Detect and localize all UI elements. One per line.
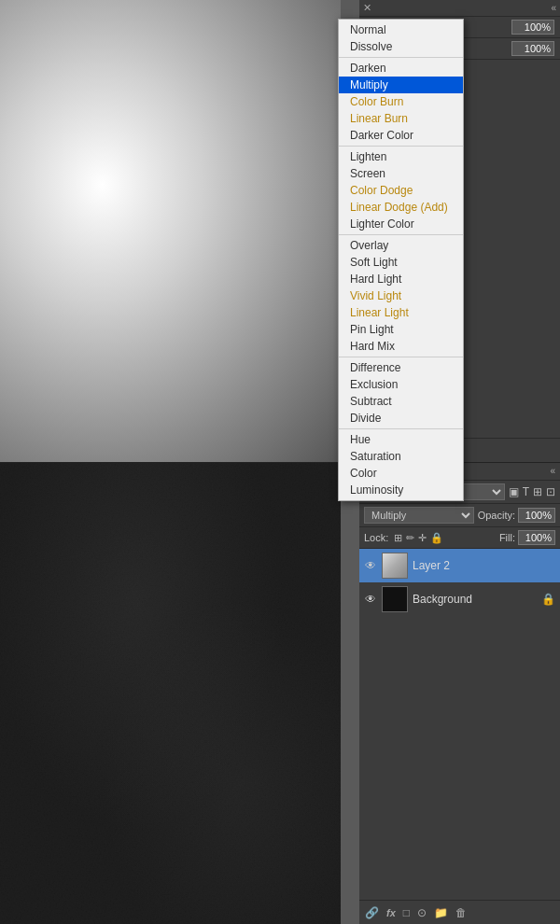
layer-row-layer2[interactable]: 👁 Layer 2 bbox=[359, 549, 560, 582]
blend-item-soft-light[interactable]: Soft Light bbox=[339, 254, 463, 271]
collapse-icon[interactable]: « bbox=[551, 3, 556, 13]
layers-blend-row: Multiply Opacity: bbox=[359, 504, 560, 527]
blend-item-hard-mix[interactable]: Hard Mix bbox=[339, 338, 463, 355]
blend-item-vivid-light[interactable]: Vivid Light bbox=[339, 287, 463, 304]
blend-section-4: DifferenceExclusionSubtractDivide bbox=[339, 357, 463, 429]
layers-opacity-input[interactable] bbox=[518, 508, 555, 523]
pixel-icon[interactable]: ▣ bbox=[509, 485, 519, 498]
blend-section-0: NormalDissolve bbox=[339, 20, 463, 58]
shape-icon[interactable]: ⊡ bbox=[546, 485, 555, 498]
blend-item-normal[interactable]: Normal bbox=[339, 21, 463, 38]
lock-label: Lock: bbox=[364, 532, 388, 543]
blend-item-lighten[interactable]: Lighten bbox=[339, 148, 463, 165]
layers-blend-select[interactable]: Multiply bbox=[364, 507, 474, 524]
blend-item-screen[interactable]: Screen bbox=[339, 165, 463, 182]
background-visibility-icon[interactable]: 👁 bbox=[364, 593, 377, 606]
canvas-bottom bbox=[0, 462, 341, 924]
blend-item-divide[interactable]: Divide bbox=[339, 410, 463, 427]
bottom-half: ✕ Layers « Kind Kind ▾ ▣ T ⊞ ⊡ Multiply … bbox=[0, 462, 560, 924]
layers-opacity-section: Opacity: bbox=[478, 508, 555, 523]
layer2-thumbnail bbox=[382, 553, 408, 579]
blend-item-hard-light[interactable]: Hard Light bbox=[339, 271, 463, 287]
blend-item-linear-light[interactable]: Linear Light bbox=[339, 304, 463, 321]
type-icon[interactable]: ⊞ bbox=[533, 485, 542, 498]
blend-item-dissolve[interactable]: Dissolve bbox=[339, 38, 463, 55]
lock-position-icon[interactable]: ✏ bbox=[406, 532, 414, 544]
folder-layers-icon[interactable]: 📁 bbox=[434, 906, 448, 919]
blend-item-difference[interactable]: Difference bbox=[339, 359, 463, 376]
texture-overlay bbox=[0, 462, 341, 924]
kind-icons: ▣ T ⊞ ⊡ bbox=[509, 485, 555, 498]
half-divider bbox=[0, 462, 560, 463]
blend-item-luminosity[interactable]: Luminosity bbox=[339, 482, 463, 498]
blend-item-darken[interactable]: Darken bbox=[339, 60, 463, 77]
lock-icons: ⊞ ✏ ✛ 🔒 bbox=[394, 532, 443, 544]
blend-item-linear-burn[interactable]: Linear Burn bbox=[339, 110, 463, 127]
layers-fill-label: Fill: bbox=[499, 532, 515, 543]
opacity-input[interactable] bbox=[511, 20, 554, 35]
link-layers-icon[interactable]: 🔗 bbox=[365, 906, 379, 919]
background-lock-icon: 🔒 bbox=[541, 593, 555, 606]
blend-item-lighter-color[interactable]: Lighter Color bbox=[339, 216, 463, 232]
fill-input[interactable] bbox=[511, 41, 554, 56]
layers-collapse-icon[interactable]: « bbox=[550, 466, 555, 476]
blend-item-linear-dodge-(add)[interactable]: Linear Dodge (Add) bbox=[339, 199, 463, 216]
blend-mode-dropdown[interactable]: NormalDissolveDarkenMultiplyColor BurnLi… bbox=[338, 19, 464, 501]
lock-all-icon[interactable]: 🔒 bbox=[430, 532, 443, 544]
mask-layers-icon[interactable]: □ bbox=[403, 906, 410, 919]
blend-item-saturation[interactable]: Saturation bbox=[339, 448, 463, 465]
lock-pixels-icon[interactable]: ⊞ bbox=[394, 532, 402, 544]
blend-item-overlay[interactable]: Overlay bbox=[339, 237, 463, 254]
blend-item-multiply[interactable]: Multiply bbox=[339, 77, 463, 93]
blend-section-1: DarkenMultiplyColor BurnLinear BurnDarke… bbox=[339, 58, 463, 147]
background-thumbnail bbox=[382, 586, 408, 612]
fx-layers-icon[interactable]: fx bbox=[386, 907, 396, 918]
blend-section-2: LightenScreenColor DodgeLinear Dodge (Ad… bbox=[339, 147, 463, 235]
layers-toolbar: 🔗 fx □ ⊙ 📁 🗑 bbox=[359, 900, 560, 924]
lock-move-icon[interactable]: ✛ bbox=[418, 532, 427, 544]
blend-item-subtract[interactable]: Subtract bbox=[339, 393, 463, 410]
adjustment-layers-icon[interactable]: ⊙ bbox=[417, 906, 427, 919]
blend-item-color-burn[interactable]: Color Burn bbox=[339, 93, 463, 110]
blend-section-3: OverlaySoft LightHard LightVivid LightLi… bbox=[339, 235, 463, 357]
layer2-visibility-icon[interactable]: 👁 bbox=[364, 559, 377, 572]
layers-opacity-label: Opacity: bbox=[478, 510, 515, 521]
close-icon[interactable]: ✕ bbox=[363, 2, 371, 14]
lock-row: Lock: ⊞ ✏ ✛ 🔒 Fill: bbox=[359, 527, 560, 549]
blend-item-exclusion[interactable]: Exclusion bbox=[339, 376, 463, 393]
blend-section-5: HueSaturationColorLuminosity bbox=[339, 429, 463, 500]
blend-item-hue[interactable]: Hue bbox=[339, 431, 463, 448]
panel-top-close-bar: ✕ « bbox=[359, 0, 560, 17]
top-half: ✕ « Opacity: Fill: NormalDissolveDarkenM… bbox=[0, 0, 560, 462]
layers-panel: ✕ Layers « Kind Kind ▾ ▣ T ⊞ ⊡ Multiply … bbox=[359, 462, 560, 924]
blend-item-darker-color[interactable]: Darker Color bbox=[339, 127, 463, 144]
layers-fill-section: Fill: bbox=[499, 530, 555, 545]
layer-row-background[interactable]: 👁 Background 🔒 bbox=[359, 582, 560, 616]
layer2-name: Layer 2 bbox=[413, 559, 555, 572]
blend-item-color[interactable]: Color bbox=[339, 465, 463, 482]
blend-item-color-dodge[interactable]: Color Dodge bbox=[339, 182, 463, 199]
delete-layers-icon[interactable]: 🗑 bbox=[455, 906, 467, 919]
layers-fill-input[interactable] bbox=[518, 530, 555, 545]
adjustment-icon[interactable]: T bbox=[523, 485, 529, 498]
canvas-top bbox=[0, 0, 341, 462]
svg-rect-0 bbox=[0, 462, 341, 924]
background-name: Background bbox=[413, 593, 537, 606]
blend-item-pin-light[interactable]: Pin Light bbox=[339, 321, 463, 338]
